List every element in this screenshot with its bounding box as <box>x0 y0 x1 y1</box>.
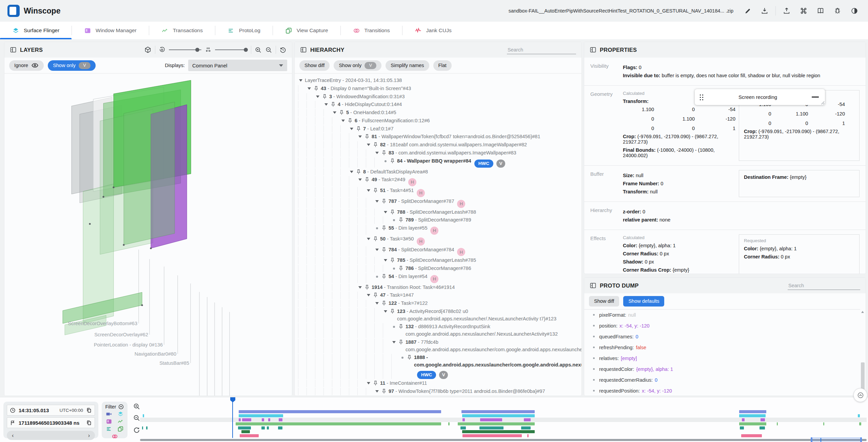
pin-icon[interactable] <box>364 134 370 140</box>
tree-node[interactable]: 1887 - 77fdc4b com.google.android.apps.n… <box>298 339 578 354</box>
timeline-segment[interactable] <box>241 430 250 433</box>
timeline-segment[interactable] <box>267 426 269 429</box>
timeline-segment[interactable] <box>242 418 251 421</box>
layers-3d-scene[interactable]: ScreenDecorOverlayBottom#63ScreenDecorOv… <box>4 73 292 396</box>
pin-icon[interactable] <box>347 118 353 124</box>
tree-node[interactable]: 81 - WallpaperWindowToken{fcfbcd7 token=… <box>298 133 578 141</box>
timeline-segment[interactable] <box>521 426 531 429</box>
timeline-segment[interactable] <box>760 426 765 429</box>
proto-dump-search-input[interactable] <box>788 281 860 290</box>
pin-icon[interactable] <box>373 380 378 386</box>
pin-icon[interactable] <box>381 274 387 279</box>
documentation-button[interactable] <box>814 5 827 17</box>
timeline-row-view-capture[interactable] <box>140 426 867 429</box>
timeline-minimap-track[interactable] <box>140 439 867 441</box>
chip-show-diff[interactable]: Show diff <box>589 296 619 307</box>
timeline-segment[interactable] <box>142 426 143 429</box>
pin-icon[interactable] <box>390 158 395 164</box>
timeline-segment[interactable] <box>739 414 766 417</box>
tab-transitions[interactable]: Transitions <box>341 22 402 39</box>
timeline-segment[interactable] <box>461 410 535 413</box>
collapse-panel-icon[interactable] <box>590 282 596 289</box>
chevron-down-icon[interactable] <box>367 189 370 192</box>
chevron-down-icon[interactable] <box>341 120 345 122</box>
timeline-segment[interactable] <box>460 426 466 429</box>
pin-icon[interactable] <box>364 285 370 290</box>
tab-jank-cujs[interactable]: Jank CUJs <box>402 22 464 39</box>
tab-protolog[interactable]: ProtoLog <box>215 22 273 39</box>
dark-mode-toggle[interactable] <box>848 5 861 17</box>
edit-trace-button[interactable] <box>742 5 754 17</box>
timeline-segment[interactable] <box>143 414 144 417</box>
tree-node[interactable]: 7 - Leaf:0:1#7 <box>298 125 578 133</box>
timeline-row-jank-cujs[interactable] <box>140 434 867 437</box>
pin-icon[interactable] <box>339 110 344 115</box>
proto-property-row[interactable]: queuedFrames:0 <box>584 331 860 342</box>
pin-icon[interactable] <box>373 236 378 242</box>
chip-flat[interactable]: Flat <box>433 60 452 71</box>
chevron-down-icon[interactable] <box>358 135 362 138</box>
resize-handle[interactable] <box>821 101 824 104</box>
chevron-down-icon[interactable] <box>358 178 362 181</box>
timeline-row-transactions[interactable] <box>140 422 867 425</box>
tree-node[interactable]: 787 - SplitDecorManager#787H <box>298 198 578 208</box>
pin-icon[interactable] <box>381 150 387 156</box>
window-manager-filter-icon[interactable] <box>106 418 112 425</box>
tab-surface-flinger[interactable]: Surface Flinger <box>0 22 72 39</box>
pin-icon[interactable] <box>390 209 395 215</box>
timeline-segment[interactable] <box>741 434 762 437</box>
tree-node[interactable]: 47 - Task=1#47 <box>298 292 578 299</box>
pin-icon[interactable] <box>356 169 361 175</box>
collapse-panel-icon[interactable] <box>300 46 307 53</box>
tab-transactions[interactable]: Transactions <box>149 22 215 39</box>
chevron-down-icon[interactable] <box>392 341 396 343</box>
proto-property-row[interactable]: relatives:[empty] <box>584 353 860 364</box>
chevron-down-icon[interactable] <box>384 310 387 313</box>
chip-simplify-names[interactable]: Simplify names <box>386 60 429 71</box>
chevron-down-icon[interactable] <box>350 128 353 130</box>
transitions-filter-icon[interactable] <box>112 433 118 440</box>
ignore-visibility-chip[interactable]: Ignore <box>9 60 44 71</box>
timeline-segment[interactable] <box>742 418 745 421</box>
tree-node[interactable]: 132 - d886913 ActivityRecordInputSink co… <box>298 323 578 338</box>
timeline-row-surface-flinger[interactable] <box>140 414 867 417</box>
chip-show-only[interactable]: Show onlyV <box>334 60 381 71</box>
timeline-segment[interactable] <box>462 414 535 417</box>
next-frame-button[interactable]: › <box>88 433 90 439</box>
pin-icon[interactable] <box>398 217 404 223</box>
human-time-field[interactable]: 14:31:05.013 UTC+00:00 <box>7 405 95 416</box>
download-traces-button[interactable] <box>758 5 771 17</box>
timeline-row-screen-recording[interactable] <box>140 410 867 413</box>
zoom-in-icon[interactable] <box>255 46 262 54</box>
upload-trace-button[interactable] <box>781 5 793 17</box>
report-bug-button[interactable] <box>831 5 844 17</box>
chevron-down-icon[interactable] <box>299 79 302 82</box>
timeline-segment[interactable] <box>462 418 465 421</box>
screen-recording-filter-icon[interactable] <box>106 411 112 417</box>
chevron-down-icon[interactable] <box>375 302 379 304</box>
chevron-down-icon[interactable] <box>375 249 379 251</box>
chip-show-diff[interactable]: Show diff <box>299 60 330 71</box>
transactions-filter-icon[interactable] <box>117 418 124 425</box>
timeline-segment[interactable] <box>239 414 283 417</box>
chevron-down-icon[interactable] <box>308 87 311 90</box>
proto-property-row[interactable]: requestedColor:{empty}, alpha: 1 <box>584 364 860 375</box>
tree-node[interactable]: 97 - WindowToken{7f78b6b type=2011 andro… <box>298 388 578 395</box>
timeline-segment[interactable] <box>739 422 766 425</box>
timeline-segment[interactable] <box>448 422 450 425</box>
chevron-down-icon[interactable] <box>316 96 319 98</box>
timeline-segment[interactable] <box>823 422 824 425</box>
tab-window-manager[interactable]: Window Manager <box>72 22 149 39</box>
zoom-out-icon[interactable] <box>265 46 272 54</box>
tree-node[interactable]: 123 - ActivityRecord{4788c02 u0 com.goog… <box>298 308 578 323</box>
timeline-cursor-handle[interactable] <box>230 397 235 402</box>
timeline-segment[interactable] <box>527 434 529 437</box>
timeline-segment[interactable] <box>146 426 147 429</box>
timeline-segment[interactable] <box>268 418 270 421</box>
minimap-left-handle[interactable] <box>811 437 812 442</box>
chevron-down-icon[interactable] <box>384 211 387 213</box>
tree-node[interactable]: 785 - SplitDecorManagerLeash#785 <box>298 257 578 264</box>
proto-property-row[interactable]: position:x: -54, y: -120 <box>584 320 860 331</box>
pin-icon[interactable] <box>330 102 336 107</box>
tree-node[interactable]: 122 - Task=7#122 <box>298 300 578 307</box>
